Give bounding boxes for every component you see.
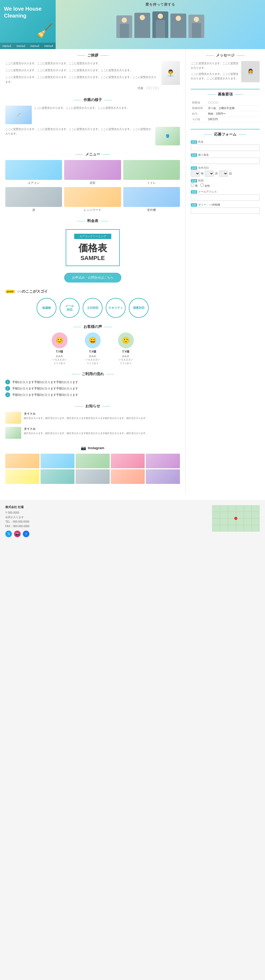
insta-5[interactable] — [5, 469, 40, 484]
gender-male-label[interactable]: 男 — [191, 183, 198, 188]
insta-2[interactable] — [76, 453, 110, 468]
recruit-label-2: 給与 — [191, 111, 207, 117]
news-thumb-0 — [5, 412, 21, 424]
footer-addr1: 〒000-0000 — [5, 511, 208, 515]
testimonial-text-1: あああ いええええい うううおう — [78, 355, 107, 365]
recruit-row-3: その他 100万円 — [191, 117, 260, 122]
work-desc-2: ここに定型文が入ります。ここに定型文が入ります。ここに定型文が入ります。ここに定… — [5, 127, 153, 136]
insta-3[interactable] — [111, 453, 145, 468]
gender-male-radio[interactable] — [191, 183, 194, 187]
footer-fax: FAX：000-000-0000 — [5, 524, 208, 528]
instagram-header: 📷 Instagram — [5, 445, 180, 450]
insta-6[interactable] — [41, 469, 75, 484]
svg-point-9 — [234, 517, 238, 520]
point-3: クオリティ — [106, 298, 125, 318]
testimonial-2: 🙂 T.Y様 あああ いええええい うううおう — [111, 332, 140, 365]
flow-text-1: 手順2が入ります手順2が入ります手順2が入ります — [12, 387, 78, 390]
recruit-row-1: 勤務時間 月〜金、土曜日不定期 — [191, 106, 260, 111]
menu-img-1 — [64, 160, 121, 180]
nav-item-3[interactable]: menu3 — [28, 43, 42, 49]
price-box: エアコンクリーニング 価格表 SAMPLE — [66, 229, 120, 266]
menu-item-2[interactable]: トイレ — [123, 160, 180, 185]
divider-1 — [191, 89, 260, 89]
message-text: ここに定型文が入ります。ここに定型文が入ります。 ここに定型文が入ります。ここに… — [191, 61, 238, 82]
footer-address: 〒000-0000 住所が入ります TEL：000-000-0000 FAX：0… — [5, 511, 208, 528]
divider-2 — [191, 129, 260, 129]
news-item-0[interactable]: タイトル 紹介文が入ります。紹介文が入ります。紹介文が入ります紹介文が入ります紹… — [5, 412, 180, 424]
right-column: メッセージ ここに定型文が入ります。ここに定型文が入ります。 ここに定型文が入り… — [186, 49, 265, 495]
price-sample-text: SAMPLE — [74, 255, 111, 262]
work-title: 作業の様子 — [5, 98, 180, 102]
recruit-row-2: 給与 時給：100円〜 — [191, 111, 260, 117]
insta-0[interactable] — [5, 453, 40, 468]
form-title: 応募フォーム — [191, 132, 260, 137]
testimonials-section: お客様の声 😊 T.Y様 あああ いええええい うううおう 😄 T.Y様 あああ… — [5, 325, 180, 365]
work-row-2: 🪣 ここに定型文が入ります。ここに定型文が入ります。ここに定型文が入ります。ここ… — [5, 127, 180, 145]
name-field: 必須 氏名 — [191, 140, 260, 151]
menu-label-4: レンジフード — [64, 208, 121, 212]
testimonial-text-0: あああ いええええい うううおう — [45, 355, 74, 365]
gender-female-radio[interactable] — [200, 183, 204, 187]
greeting-p2: ここに定型文が入ります。ここに定型文が入ります。ここに定型文が入ります。ここに定… — [5, 68, 159, 73]
gender-field: 必須 性別 男 女性 — [191, 179, 260, 188]
email-input[interactable] — [191, 194, 260, 201]
point-0: 低価格 — [36, 298, 56, 318]
header-nav: menu1 menu2 menu3 menu4 — [0, 43, 56, 49]
greeting-sign: 代表 〇〇 〇〇 — [5, 86, 159, 91]
name-input[interactable] — [191, 145, 260, 151]
testimonial-name-1: T.Y様 — [78, 350, 107, 354]
flow-num-0: 1 — [5, 380, 10, 384]
furigana-input[interactable] — [191, 158, 260, 164]
menu-item-5[interactable]: 室外機 — [123, 187, 180, 212]
menu-img-4 — [64, 187, 121, 207]
map-svg — [212, 505, 260, 531]
insta-1[interactable] — [41, 453, 75, 468]
avatar-0: 😊 — [52, 332, 68, 348]
header-left: We love House Cleaning 🧹 menu1 menu2 men… — [0, 0, 56, 49]
news-item-1[interactable]: タイトル 紹介文が入ります。紹介文が入ります。紹介文が入ります紹介文が入ります紹… — [5, 427, 180, 439]
insta-9[interactable] — [146, 469, 180, 484]
header-title: We love House Cleaning — [4, 5, 52, 19]
other-label: 任意 ダミー：○○情報欄 — [191, 203, 260, 207]
greeting-photo: 👨‍💼 — [161, 61, 180, 85]
birth-day-select[interactable] — [219, 170, 228, 177]
footer-info: 株式会社 社場 〒000-0000 住所が入ります TEL：000-000-00… — [5, 505, 208, 537]
gender-radio-row: 男 女性 — [191, 183, 260, 188]
menu-item-1[interactable]: 浴室 — [64, 160, 121, 185]
work-photo-1: 🧹 — [5, 106, 32, 124]
instagram-social-icon[interactable]: 📷 — [14, 531, 21, 537]
recruit-table: 勤務地 〇〇〇〇 勤務時間 月〜金、土曜日不定期 給与 時給：100円〜 その他… — [191, 100, 260, 122]
facebook-icon[interactable]: f — [23, 531, 29, 537]
message-row: ここに定型文が入ります。ここに定型文が入ります。 ここに定型文が入ります。ここに… — [191, 61, 260, 82]
testimonials-list: 😊 T.Y様 あああ いええええい うううおう 😄 T.Y様 あああ いええええ… — [5, 332, 180, 365]
nav-item-4[interactable]: menu4 — [42, 43, 56, 49]
nav-item-2[interactable]: menu2 — [14, 43, 28, 49]
cta-button[interactable]: お申込み・お問合せはこちら — [64, 273, 121, 283]
instagram-title: Instagram — [88, 446, 104, 450]
menu-item-4[interactable]: レンジフード — [64, 187, 121, 212]
instagram-grid — [5, 453, 180, 484]
menu-item-3[interactable]: 床 — [5, 187, 62, 212]
gender-female-label[interactable]: 女性 — [200, 183, 210, 188]
insta-4[interactable] — [146, 453, 180, 468]
menu-label-5: 室外機 — [123, 208, 180, 212]
nav-item-1[interactable]: menu1 — [0, 43, 14, 49]
insta-8[interactable] — [111, 469, 145, 484]
twitter-icon[interactable]: 𝕏 — [5, 531, 12, 537]
points-header: point! ○○のここがスゴイ — [5, 289, 180, 294]
message-photo: 👩‍💼 — [241, 61, 260, 82]
message-section: メッセージ ここに定型文が入ります。ここに定型文が入ります。 ここに定型文が入り… — [191, 53, 260, 82]
gender-required: 必須 — [191, 179, 197, 183]
menu-title: メニュー — [5, 152, 180, 157]
news-title: お知らせ — [5, 404, 180, 409]
staff-3 — [152, 11, 168, 38]
greeting-title: ご挨拶 — [5, 53, 180, 58]
points-circles: 低価格 メール 対応 土日対応 クオリティ 深夜対応 — [5, 298, 180, 318]
insta-7[interactable] — [76, 469, 110, 484]
menu-item-0[interactable]: エアコン — [5, 160, 62, 185]
other-input[interactable] — [191, 207, 260, 214]
birth-year-select[interactable] — [191, 170, 200, 177]
birth-month-select[interactable] — [205, 170, 214, 177]
recruit-val-3: 100万円 — [207, 117, 260, 122]
menu-grid: エアコン 浴室 トイレ 床 — [5, 160, 180, 212]
